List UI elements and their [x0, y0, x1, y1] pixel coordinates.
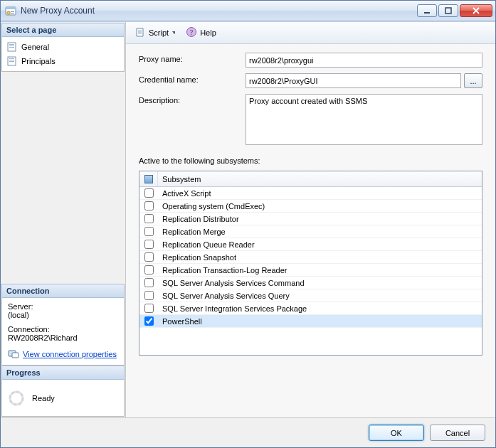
subsystem-label: SQL Server Analysis Services Query — [158, 292, 294, 300]
subsystem-row[interactable]: SQL Server Integration Services Package — [139, 302, 482, 315]
window-controls — [417, 4, 492, 17]
subsystem-checkbox[interactable] — [144, 265, 154, 274]
subsystem-label: Replication Queue Reader — [158, 240, 259, 249]
proxy-name-label: Proxy name: — [139, 53, 246, 63]
sidebar-page-principals[interactable]: Principals — [4, 54, 122, 68]
sidebar: Select a page General Principals Connect… — [1, 22, 126, 417]
subsystem-checkbox-cell — [139, 316, 158, 326]
svg-rect-14 — [9, 61, 14, 62]
subsystem-label: Replication Distributor — [158, 215, 243, 223]
subsystem-label: Replication Merge — [158, 228, 230, 236]
connection-panel: Server: (local) Connection: RW2008R2\Ric… — [1, 298, 125, 366]
subsystem-checkbox[interactable] — [144, 291, 154, 300]
subsystem-checkbox-cell — [139, 240, 158, 249]
sidebar-page-label: Principals — [21, 57, 56, 65]
svg-point-2 — [7, 11, 10, 14]
content-area: Proxy name: Credential name: ... Descrip… — [126, 44, 495, 417]
subsystem-label: Replication Snapshot — [158, 253, 241, 262]
progress-panel: Ready — [1, 380, 125, 417]
proxy-name-input[interactable] — [246, 53, 482, 68]
titlebar: New Proxy Account — [1, 1, 495, 21]
dialog-window: New Proxy Account Select a page G — [0, 0, 496, 448]
subsystem-checkbox[interactable] — [144, 188, 154, 198]
dialog-body: Select a page General Principals Connect… — [1, 21, 495, 417]
description-input[interactable] — [246, 94, 482, 145]
server-label: Server: — [8, 302, 118, 311]
subsystem-checkbox[interactable] — [144, 201, 154, 210]
credential-name-input[interactable] — [246, 73, 461, 88]
main-panel: Script ? Help Proxy name: — [126, 22, 495, 417]
svg-rect-1 — [6, 7, 16, 9]
view-connection-properties-link[interactable]: View connection properties — [8, 348, 118, 361]
subsystem-checkbox[interactable] — [144, 316, 154, 326]
svg-rect-16 — [12, 353, 19, 358]
connection-label: Connection: — [8, 325, 118, 334]
subsystem-checkbox-cell — [139, 201, 158, 210]
connection-header: Connection — [1, 284, 125, 298]
svg-rect-4 — [11, 13, 14, 14]
connection-icon — [8, 348, 19, 361]
subsystem-row[interactable]: Replication Snapshot — [139, 251, 482, 264]
subsystem-row[interactable]: Replication Distributor — [139, 213, 482, 225]
subsystem-row[interactable]: ActiveX Script — [139, 187, 482, 200]
subsystem-row[interactable]: Replication Transaction-Log Reader — [139, 264, 482, 277]
subsystem-checkbox-cell — [139, 252, 158, 262]
svg-rect-3 — [11, 11, 14, 12]
subsystem-checkbox-cell — [139, 227, 158, 236]
subsystem-checkbox[interactable] — [144, 304, 154, 313]
grid-header-checkbox-cell[interactable] — [139, 171, 158, 186]
svg-rect-13 — [9, 60, 14, 60]
subsystem-row[interactable]: Replication Merge — [139, 225, 482, 238]
subsystem-row[interactable]: Replication Queue Reader — [139, 238, 482, 251]
select-page-header: Select a page — [1, 23, 125, 37]
subsystem-checkbox[interactable] — [144, 252, 154, 262]
minimize-button[interactable] — [417, 4, 437, 17]
dialog-footer: OK Cancel — [1, 417, 495, 447]
subsystem-label: Replication Transaction-Log Reader — [158, 266, 292, 274]
subsystem-checkbox[interactable] — [144, 227, 154, 236]
subsystem-row[interactable]: PowerShell — [139, 315, 482, 328]
subsystem-checkbox-cell — [139, 188, 158, 198]
svg-point-18 — [10, 392, 23, 405]
svg-rect-8 — [9, 44, 14, 45]
script-button[interactable]: Script — [130, 24, 179, 41]
subsystems-section-label: Active to the following subsystems: — [139, 156, 482, 165]
svg-rect-12 — [9, 58, 14, 59]
select-all-icon — [144, 175, 153, 183]
svg-rect-5 — [424, 12, 430, 14]
subsystems-grid[interactable]: Subsystem ActiveX ScriptOperating system… — [139, 171, 482, 356]
page-icon — [6, 41, 18, 53]
subsystem-label: SQL Server Analysis Services Command — [158, 279, 309, 287]
progress-status: Ready — [32, 394, 55, 402]
page-icon — [6, 55, 18, 67]
subsystem-checkbox-cell — [139, 214, 158, 223]
sidebar-page-label: General — [21, 43, 49, 51]
app-icon — [5, 5, 16, 16]
progress-header: Progress — [1, 366, 125, 380]
subsystem-checkbox-cell — [139, 304, 158, 313]
subsystem-row[interactable]: SQL Server Analysis Services Query — [139, 289, 482, 302]
browse-credential-button[interactable]: ... — [464, 73, 482, 88]
cancel-button[interactable]: Cancel — [430, 425, 485, 441]
close-button[interactable] — [460, 4, 492, 17]
subsystem-row[interactable]: SQL Server Analysis Services Command — [139, 277, 482, 289]
subsystem-label: ActiveX Script — [158, 189, 215, 198]
sidebar-page-general[interactable]: General — [4, 40, 122, 54]
subsystem-checkbox[interactable] — [144, 214, 154, 223]
subsystem-checkbox-cell — [139, 265, 158, 274]
server-value: (local) — [8, 311, 118, 319]
script-icon — [134, 26, 146, 39]
credential-name-label: Credential name: — [139, 73, 246, 84]
svg-text:?: ? — [190, 28, 194, 36]
subsystem-checkbox[interactable] — [144, 278, 154, 287]
subsystem-checkbox[interactable] — [144, 240, 154, 249]
subsystem-row[interactable]: Operating system (CmdExec) — [139, 200, 482, 213]
maximize-button[interactable] — [438, 4, 458, 17]
ok-button[interactable]: OK — [369, 425, 424, 441]
help-icon: ? — [186, 26, 197, 39]
help-button[interactable]: ? Help — [181, 24, 221, 41]
svg-rect-9 — [9, 46, 14, 46]
subsystem-label: Operating system (CmdExec) — [158, 202, 269, 210]
script-label: Script — [149, 28, 169, 37]
help-label: Help — [200, 28, 216, 37]
